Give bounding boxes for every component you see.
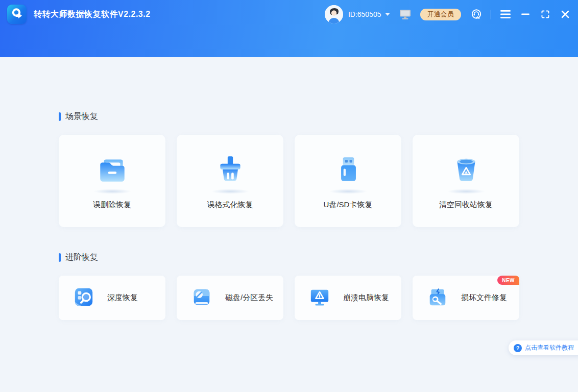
- section-accent-bar: [59, 253, 61, 262]
- header-divider: [491, 10, 492, 19]
- card-label: 清空回收站恢复: [439, 200, 493, 210]
- card-usb-sd-recovery[interactable]: U盘/SD卡恢复: [295, 135, 401, 227]
- deep-scan-icon: [73, 286, 94, 310]
- tutorial-label: 点击查看软件教程: [525, 344, 574, 352]
- app-logo-q-icon: [10, 7, 23, 22]
- app-logo: [7, 5, 27, 24]
- crashed-pc-icon: [309, 286, 330, 310]
- monitor-device-icon[interactable]: [399, 9, 411, 20]
- user-avatar[interactable]: [325, 5, 343, 23]
- title-bar: 转转大师数据恢复软件V2.2.3.2 ID:650505: [0, 0, 578, 57]
- advanced-card-grid: 深度恢复 磁盘/分区丢失: [59, 276, 519, 320]
- user-id[interactable]: ID:650505: [348, 10, 381, 18]
- icon-shadow: [329, 189, 367, 194]
- card-corrupt-file-repair[interactable]: 损坏文件修复 NEW: [413, 276, 519, 320]
- main-area: 场景恢复 误删除恢复: [0, 57, 578, 392]
- folder-icon: [95, 153, 129, 188]
- close-icon[interactable]: [560, 9, 571, 20]
- disk-partition-icon: [191, 286, 212, 310]
- minimize-icon[interactable]: [520, 9, 531, 20]
- card-formatted-recovery[interactable]: 误格式化恢复: [177, 135, 283, 227]
- card-deep-recovery[interactable]: 深度恢复: [59, 276, 165, 320]
- card-disk-partition-loss[interactable]: 磁盘/分区丢失: [177, 276, 283, 320]
- app-title: 转转大师数据恢复软件V2.2.3.2: [34, 9, 151, 20]
- card-label: 损坏文件修复: [461, 293, 507, 303]
- section-title: 进阶恢复: [65, 252, 98, 263]
- icon-shadow: [211, 189, 249, 194]
- icon-shadow: [93, 189, 131, 194]
- card-label: 误格式化恢复: [207, 200, 253, 210]
- scene-card-grid: 误删除恢复 误格式化恢复: [59, 135, 519, 227]
- tutorial-button[interactable]: ? 点击查看软件教程: [509, 340, 578, 355]
- card-crashed-pc-recovery[interactable]: 崩溃电脑恢复: [295, 276, 401, 320]
- card-label: 磁盘/分区丢失: [225, 293, 273, 303]
- icon-shadow: [447, 189, 485, 194]
- vip-upgrade-button[interactable]: 开通会员: [420, 9, 461, 20]
- menu-icon[interactable]: [500, 9, 511, 20]
- card-label: 深度恢复: [107, 293, 138, 303]
- section-advanced-recovery-header: 进阶恢复: [59, 227, 519, 263]
- recycle-bin-icon: [449, 153, 483, 188]
- broom-icon: [213, 153, 247, 188]
- new-badge: NEW: [497, 276, 519, 285]
- card-label: U盘/SD卡恢复: [324, 200, 373, 210]
- customer-service-icon[interactable]: [470, 8, 483, 20]
- maximize-icon[interactable]: [540, 9, 551, 20]
- chevron-down-icon[interactable]: [385, 13, 390, 16]
- file-repair-icon: [427, 286, 448, 310]
- card-deleted-file-recovery[interactable]: 误删除恢复: [59, 135, 165, 227]
- card-label: 崩溃电脑恢复: [343, 293, 389, 303]
- section-accent-bar: [59, 112, 61, 121]
- card-label: 误删除恢复: [93, 200, 131, 210]
- help-icon: ?: [514, 344, 522, 352]
- card-recycle-bin-recovery[interactable]: 清空回收站恢复: [413, 135, 519, 227]
- section-title: 场景恢复: [65, 111, 98, 122]
- usb-drive-icon: [331, 153, 365, 188]
- section-scene-recovery-header: 场景恢复: [59, 57, 519, 122]
